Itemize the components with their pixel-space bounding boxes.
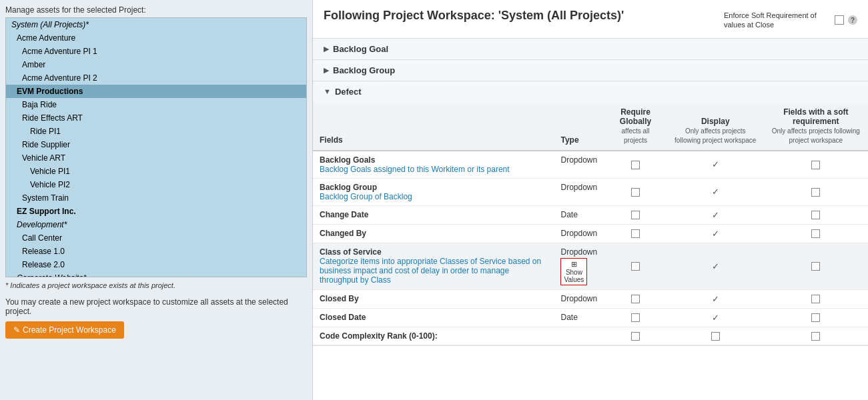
project-item[interactable]: Ride Effects ART xyxy=(6,111,306,125)
require-globally-cell[interactable] xyxy=(604,243,667,289)
field-type: Dropdown xyxy=(560,247,597,257)
display-cell[interactable]: ✓ xyxy=(667,224,764,243)
display-cell[interactable]: ✓ xyxy=(667,243,764,289)
project-list[interactable]: System (All Projects)*Acme AdventureAcme… xyxy=(5,17,307,277)
require-globally-checkbox[interactable] xyxy=(631,332,640,341)
project-item[interactable]: Call Center xyxy=(6,231,306,245)
soft-req-cell[interactable] xyxy=(764,243,868,289)
project-item[interactable]: Acme Adventure xyxy=(6,31,306,45)
table-row: Code Complexity Rank (0-100): xyxy=(313,327,868,345)
project-item[interactable]: Acme Adventure PI 2 xyxy=(6,71,306,85)
display-cell[interactable]: ✓ xyxy=(667,289,764,308)
require-globally-cell[interactable] xyxy=(604,205,667,224)
field-link[interactable]: Backlog Goals assigned to this Workitem … xyxy=(320,165,547,174)
soft-req-cell[interactable] xyxy=(764,289,868,308)
project-item[interactable]: Vehicle PI1 xyxy=(6,165,306,178)
fields-table: Fields Type Require Globally affects all… xyxy=(313,102,868,345)
project-item[interactable]: EZ Support Inc. xyxy=(6,205,306,218)
field-name-cell: Code Complexity Rank (0-100): xyxy=(313,327,554,345)
require-globally-checkbox[interactable] xyxy=(631,229,640,238)
project-item[interactable]: Baja Ride xyxy=(6,98,306,111)
accordion-backlog-goal-header[interactable]: ▶ Backlog Goal xyxy=(313,39,868,59)
project-item[interactable]: Ride PI1 xyxy=(6,125,306,138)
display-cell[interactable] xyxy=(667,327,764,345)
th-require-globally: Require Globally affects all projects xyxy=(604,102,667,151)
require-globally-cell[interactable] xyxy=(604,151,667,179)
field-name: Closed Date xyxy=(320,313,547,322)
project-item[interactable]: System Train xyxy=(6,191,306,205)
project-item[interactable]: EVM Productions xyxy=(6,85,306,98)
project-item[interactable]: Vehicle ART xyxy=(6,151,306,165)
field-link[interactable]: Categorize items into appropriate Classe… xyxy=(320,257,547,285)
project-item[interactable]: Ride Supplier xyxy=(6,138,306,151)
field-name-cell: Backlog GoalsBacklog Goals assigned to t… xyxy=(313,151,554,179)
table-area[interactable]: ▶ Backlog Goal ▶ Backlog Group ▼ Defect xyxy=(313,39,868,400)
field-type: Dropdown xyxy=(554,289,604,308)
create-info: You may create a new project workspace t… xyxy=(5,297,307,316)
enforce-row: Enforce Soft Requirement of values at Cl… xyxy=(724,11,857,30)
field-name: Change Date xyxy=(320,210,547,219)
require-globally-checkbox[interactable] xyxy=(631,262,640,271)
display-cell[interactable]: ✓ xyxy=(667,308,764,327)
project-item[interactable]: Development* xyxy=(6,218,306,231)
accordion-defect: ▼ Defect Fields Type Require Globally xyxy=(313,81,868,346)
show-values-button[interactable]: ⊞ShowValues xyxy=(560,258,587,285)
field-type: Dropdown xyxy=(554,178,604,205)
field-type: Dropdown xyxy=(554,151,604,179)
field-name: Backlog Group xyxy=(320,183,547,192)
accordion-defect-header[interactable]: ▼ Defect xyxy=(313,81,868,102)
soft-req-cell[interactable] xyxy=(764,327,868,345)
display-cell[interactable]: ✓ xyxy=(667,178,764,205)
soft-req-cell[interactable] xyxy=(764,205,868,224)
footnote: * Indicates a project workspace exists a… xyxy=(5,281,307,289)
th-type: Type xyxy=(554,102,604,151)
project-item[interactable]: Release 1.0 xyxy=(6,245,306,258)
project-item[interactable]: Acme Adventure PI 1 xyxy=(6,45,306,58)
project-item[interactable]: Corporate Website* xyxy=(6,271,306,277)
field-name: Backlog Goals xyxy=(320,155,547,165)
create-project-workspace-button[interactable]: ✎ Create Project Workspace xyxy=(5,321,124,339)
field-name-cell: Backlog GroupBacklog Group of Backlog xyxy=(313,178,554,205)
soft-req-cell[interactable] xyxy=(764,308,868,327)
require-globally-checkbox[interactable] xyxy=(631,211,640,219)
accordion-backlog-group-header[interactable]: ▶ Backlog Group xyxy=(313,60,868,81)
accordion-backlog-group: ▶ Backlog Group xyxy=(313,60,868,81)
require-globally-cell[interactable] xyxy=(604,178,667,205)
display-checkbox[interactable] xyxy=(711,332,720,341)
soft-req-checkbox[interactable] xyxy=(811,211,820,219)
soft-req-cell[interactable] xyxy=(764,151,868,179)
soft-req-checkbox[interactable] xyxy=(811,229,820,238)
require-globally-checkbox[interactable] xyxy=(631,313,640,322)
enforce-checkbox[interactable] xyxy=(835,15,844,25)
field-name: Closed By xyxy=(320,294,547,303)
field-type xyxy=(554,327,604,345)
project-item[interactable]: Vehicle PI2 xyxy=(6,178,306,191)
display-cell[interactable]: ✓ xyxy=(667,151,764,179)
field-name-cell: Changed By xyxy=(313,224,554,243)
table-row: Class of ServiceCategorize items into ap… xyxy=(313,243,868,289)
project-item[interactable]: Amber xyxy=(6,58,306,71)
require-globally-cell[interactable] xyxy=(604,327,667,345)
soft-req-checkbox[interactable] xyxy=(811,332,820,341)
require-globally-checkbox[interactable] xyxy=(631,161,640,169)
require-globally-checkbox[interactable] xyxy=(631,188,640,197)
field-type: Date xyxy=(554,308,604,327)
field-link[interactable]: Backlog Group of Backlog xyxy=(320,192,547,201)
display-checkmark: ✓ xyxy=(712,187,719,197)
soft-req-checkbox[interactable] xyxy=(811,161,820,169)
soft-req-checkbox[interactable] xyxy=(811,188,820,197)
display-cell[interactable]: ✓ xyxy=(667,205,764,224)
soft-req-cell[interactable] xyxy=(764,224,868,243)
require-globally-cell[interactable] xyxy=(604,224,667,243)
require-globally-cell[interactable] xyxy=(604,289,667,308)
project-item[interactable]: System (All Projects)* xyxy=(6,18,306,31)
soft-req-checkbox[interactable] xyxy=(811,313,820,322)
soft-req-cell[interactable] xyxy=(764,178,868,205)
require-globally-checkbox[interactable] xyxy=(631,295,640,303)
soft-req-checkbox[interactable] xyxy=(811,295,820,303)
project-item[interactable]: Release 2.0 xyxy=(6,258,306,271)
help-icon[interactable]: ? xyxy=(848,15,857,25)
require-globally-cell[interactable] xyxy=(604,308,667,327)
field-name-cell: Closed By xyxy=(313,289,554,308)
soft-req-checkbox[interactable] xyxy=(811,262,820,271)
